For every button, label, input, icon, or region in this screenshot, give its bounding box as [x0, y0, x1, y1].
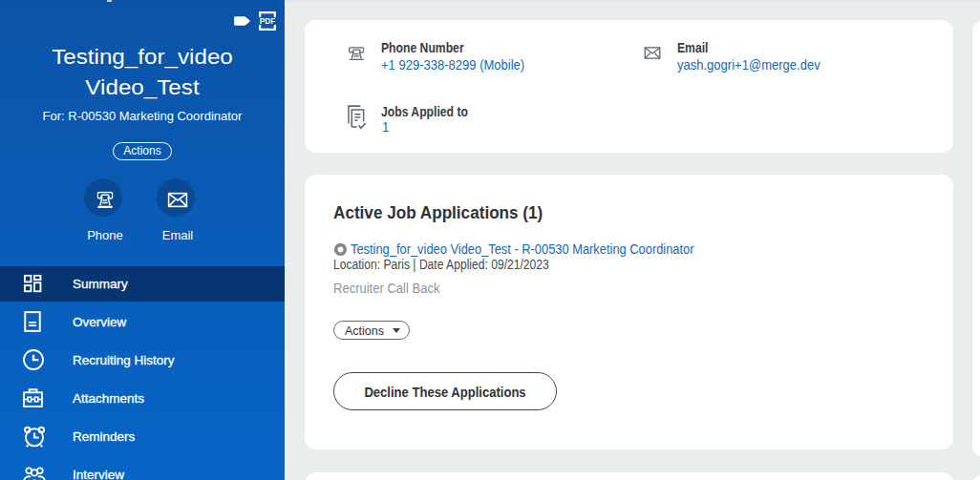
svg-text:PDF: PDF [260, 17, 275, 26]
